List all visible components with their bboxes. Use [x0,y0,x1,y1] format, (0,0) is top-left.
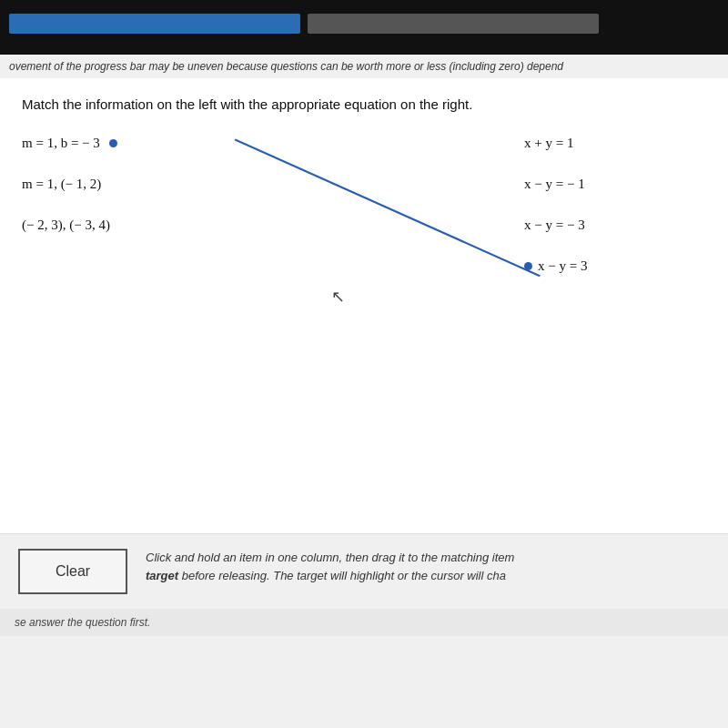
top-bar [0,0,728,55]
main-content: ovement of the progress bar may be uneve… [0,55,728,728]
cursor-icon-area: ↖ [331,287,349,305]
right-label-1: x + y = 1 [524,136,573,151]
right-item-1[interactable]: x + y = 1 [524,136,706,151]
right-column: x + y = 1 x − y = − 1 x − y = − 3 x − y … [524,132,706,274]
question-title: Match the information on the left with t… [22,96,706,112]
right-label-4: x − y = 3 [538,258,587,274]
white-content-area: Match the information on the left with t… [0,78,728,533]
left-label-1: m = 1, b = − 3 [22,136,100,151]
progress-bar-area [9,14,719,34]
left-item-2[interactable]: m = 1, (− 1, 2) [22,177,277,192]
instructions-bold: target [146,569,178,582]
bottom-section: Clear Click and hold an item in one colu… [0,533,728,609]
matching-area: m = 1, b = − 3 m = 1, (− 1, 2) (− 2, 3),… [22,132,706,314]
progress-bar-empty [308,14,599,34]
bottom-notice: se answer the question first. [0,609,728,636]
right-item-2[interactable]: x − y = − 1 [524,177,706,192]
left-dot-1 [109,139,117,147]
right-item-3[interactable]: x − y = − 3 [524,217,706,233]
progress-bar-filled [9,14,300,34]
instructions-line1: Click and hold an item in one column, th… [146,551,514,564]
right-label-3: x − y = − 3 [524,217,585,233]
right-label-2: x − y = − 1 [524,177,585,192]
left-item-3[interactable]: (− 2, 3), (− 3, 4) [22,217,277,233]
left-label-2: m = 1, (− 1, 2) [22,177,101,192]
left-column: m = 1, b = − 3 m = 1, (− 1, 2) (− 2, 3),… [22,132,277,314]
instructions-line2: target before releasing. The target will… [146,569,506,582]
left-item-1[interactable]: m = 1, b = − 3 [22,136,277,151]
svg-line-0 [235,139,540,276]
instructions-text: Click and hold an item in one column, th… [146,549,514,584]
left-label-3: (− 2, 3), (− 3, 4) [22,217,110,233]
right-dot-4 [524,262,532,270]
clear-button[interactable]: Clear [18,549,127,594]
progress-notice-text: ovement of the progress bar may be uneve… [9,60,563,73]
right-item-4[interactable]: x − y = 3 [524,258,706,274]
bottom-notice-text: se answer the question first. [15,616,150,629]
progress-notice: ovement of the progress bar may be uneve… [0,55,728,78]
